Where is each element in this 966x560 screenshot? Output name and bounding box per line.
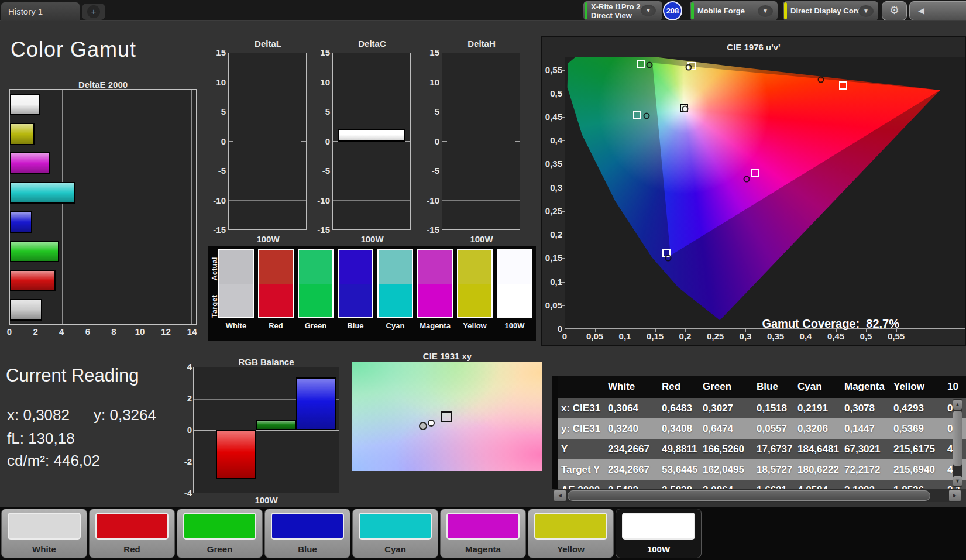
deltae-bar-white [10,94,40,115]
chart-title: DeltaH [442,39,521,49]
reading-fl-label: fL: [7,430,24,447]
cie1976-panel: CIE 1976 u'v' Gamut Coverage: 82,7% 00,0… [541,36,966,346]
header-cell: Cyan [794,376,841,398]
table-row[interactable]: Y234,266749,8811166,526017,6737184,64816… [558,439,966,459]
y-tick-label: -10 [312,195,330,205]
zero-tick [301,141,306,142]
add-tab-button[interactable]: + [82,4,105,20]
target-row-label: Target [210,292,219,321]
header-cell: Magenta [841,376,890,398]
gear-icon: ⚙ [889,4,899,16]
y-tick-label: 10 [422,77,439,87]
target-swatch [458,284,491,318]
pattern-button-green[interactable]: Green [177,509,263,558]
pattern-button-white[interactable]: White [1,509,87,558]
vertical-scroll-thumb[interactable] [953,411,962,466]
x-tick [685,329,686,332]
y-tick-label: -15 [312,225,330,235]
y-tick-label: 0,05 [542,300,562,310]
horizontal-scroll-thumb[interactable] [568,490,930,501]
table-row[interactable]: y: CIE310,32400,34080,64740,05570,32060,… [558,418,966,439]
y-tick [561,329,565,329]
cell: 180,6222 [794,459,841,480]
pattern-button-cyan[interactable]: Cyan [352,509,438,558]
y-tick-label: -15 [208,225,226,235]
pattern-button-magenta[interactable]: Magenta [440,509,526,558]
scroll-up-button[interactable]: ▲ [953,400,962,410]
cell: 72,2172 [841,459,890,480]
y-tick-label: 0,45 [542,112,562,122]
x-tick [595,329,596,332]
y-tick-label: -5 [312,166,330,176]
pattern-button-100w[interactable]: 100W [616,509,702,558]
x-tick-label: 0,5 [860,331,872,341]
gridline [333,200,410,201]
pattern-button-yellow[interactable]: Yellow [528,509,614,558]
rgb-bar-red [216,430,256,479]
table-row[interactable]: x: CIE310,30640,64830,30270,15180,21910,… [558,398,966,418]
deltae-x-axis: 02468101214 [9,327,197,337]
x-label: 100W [332,234,412,244]
actual-swatch [339,250,372,284]
cell: 1,6621 [753,480,794,489]
header-cell: Red [658,376,699,398]
cie1931-plot [352,362,542,471]
y-tick [561,94,565,94]
y-tick [561,211,565,212]
table-row[interactable]: ΔE 20002,54823,58383,09641,66214,05843,1… [558,480,966,489]
cell: 0,2191 [794,398,841,418]
source-dropdown[interactable]: Mobile Forge ▼ [690,1,778,20]
table-vertical-scrollbar[interactable]: ▲ ▼ [953,399,962,487]
cell: 0,1447 [841,418,890,439]
target-swatch [219,284,253,318]
row-label: y: CIE31 [558,418,604,439]
pattern-button-blue[interactable]: Blue [264,509,350,558]
pattern-button-red[interactable]: Red [89,509,175,558]
cell: 0,5369 [890,418,944,439]
y-tick-label: -2 [174,456,192,466]
x-tick-label: 0,05 [586,331,603,341]
cell: 0,3408 [658,418,699,439]
x-tick-label: 0 [7,327,12,336]
cell: 49,8811 [658,439,699,459]
x-tick-label: 4 [59,327,64,336]
target-swatch [339,284,372,318]
pattern-label: Magenta [441,544,525,554]
chevron-down-icon[interactable]: ▼ [641,5,656,16]
x-tick [836,329,837,332]
tab-history-1[interactable]: History 1 [1,2,80,21]
scroll-down-button[interactable]: ▼ [953,476,962,486]
gridline [88,90,88,324]
y-tick [561,235,565,235]
cell: 1,8536 [890,480,944,489]
source-name: Mobile Forge [697,6,745,15]
y-tick [561,164,565,164]
x-tick-label: 0,2 [679,331,692,341]
delta-chart-deltal: DeltaL151050-5-10-15100W [208,39,309,249]
swatch-box [338,249,373,318]
settings-button[interactable]: ⚙ [882,1,907,20]
table-horizontal-scrollbar[interactable]: ◄ ► [554,489,961,502]
y-tick [561,117,565,118]
y-tick-label: 15 [422,47,439,57]
scroll-right-button[interactable]: ► [949,490,961,501]
x-tick-label: 0,55 [888,331,905,341]
y-tick-label: 0 [174,425,192,435]
target-marker-cyan [633,111,641,119]
display-control-dropdown[interactable]: Direct Display Control ▼ [783,1,878,20]
cell: 3,0964 [699,480,753,489]
y-tick-label: 0 [312,136,330,146]
x-tick [655,329,656,332]
swatch-column-100w: 100W [497,249,532,330]
gridline [166,90,166,324]
table-row[interactable]: Target Y234,266753,6445162,049518,572718… [558,459,966,480]
gridline [191,90,192,324]
source-status-stripe [691,2,694,19]
deltae-chart [9,89,197,325]
scroll-left-button[interactable]: ◄ [554,490,566,501]
cell: 0,4293 [890,398,944,418]
y-tick-label: 0,5 [542,88,562,98]
y-tick [561,188,565,188]
collapse-panel-button[interactable]: ◀ [909,1,966,20]
swatch-box [218,249,254,318]
